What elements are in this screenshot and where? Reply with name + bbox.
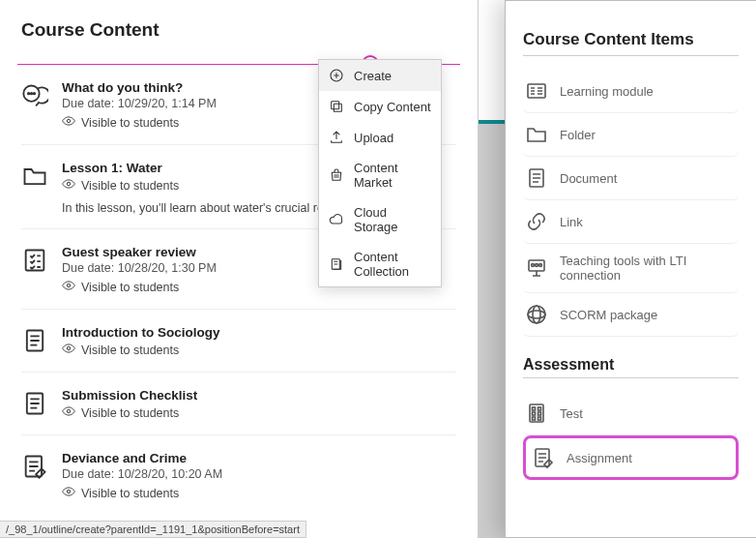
menu-item-cloud-storage[interactable]: Cloud Storage [319,197,441,242]
content-item-title: Introduction to Sociology [62,325,456,340]
content-type-label: Test [560,406,583,421]
discussion-icon [21,82,48,109]
visibility-label: Visible to students [81,179,179,193]
plus-circle-icon [329,68,344,83]
divider [523,377,739,378]
svg-rect-28 [533,407,536,410]
svg-point-11 [67,409,71,413]
divider [523,55,739,56]
content-type-assignment[interactable]: Assignment [523,435,739,480]
document-icon [21,390,48,417]
svg-point-3 [34,93,35,94]
svg-point-9 [67,346,71,350]
visibility-label: Visible to students [81,116,179,130]
svg-rect-29 [538,407,541,410]
svg-point-2 [31,93,32,94]
visibility-toggle[interactable]: Visible to students [62,485,456,501]
content-item[interactable]: Introduction to SociologyVisible to stud… [21,309,456,372]
content-type-label: SCORM package [560,308,657,322]
svg-point-21 [532,264,535,267]
visibility-label: Visible to students [81,281,179,294]
folder-icon [21,163,48,190]
content-item-body: Introduction to SociologyVisible to stud… [62,325,456,358]
visibility-label: Visible to students [81,344,179,357]
folder-icon [525,123,548,146]
svg-rect-16 [332,102,339,109]
menu-item-upload[interactable]: Upload [319,122,441,153]
menu-item-label: Copy Content [354,100,431,114]
menu-item-create[interactable]: Create [319,60,441,91]
page-title: Course Content [21,19,456,41]
content-item[interactable]: Deviance and CrimeDue date: 10/28/20, 10… [21,434,456,515]
content-type-scorm-package[interactable]: SCORM package [523,293,739,337]
content-type-teaching-tools-with-lti-connection[interactable]: Teaching tools with LTI connection [523,244,739,293]
content-type-label: Link [560,215,583,229]
eye-icon [62,404,75,421]
content-type-label: Learning module [560,84,654,99]
content-items-panel: Course Content Items Learning moduleFold… [505,0,756,538]
url-hint-bar: /_98_1/outline/create?parentId=_1191_1&p… [0,521,306,538]
svg-rect-18 [528,84,545,98]
content-type-link[interactable]: Link [523,200,739,244]
menu-item-label: Create [354,69,392,83]
content-item[interactable]: Submission ChecklistVisible to students [21,372,456,434]
menu-item-content-collection[interactable]: Content Collection [319,242,441,286]
svg-point-4 [67,119,71,123]
lti-icon [525,256,548,280]
content-items-title: Course Content Items [523,30,739,49]
menu-item-label: Cloud Storage [354,205,431,234]
content-item-title: Deviance and Crime [62,451,456,465]
eye-icon [62,114,75,131]
learning-module-icon [525,79,548,103]
svg-point-24 [528,306,545,323]
eye-icon [62,279,75,295]
market-icon [329,167,344,183]
document-icon [525,166,548,190]
menu-item-label: Content Market [354,161,431,190]
menu-item-label: Upload [354,131,393,145]
svg-point-22 [536,264,538,267]
content-type-learning-module[interactable]: Learning module [523,70,739,113]
svg-rect-32 [533,417,536,420]
copy-icon [329,99,344,114]
assessment-section-title: Assessment [523,356,739,374]
cloud-icon [329,212,344,227]
checklist-icon [21,247,48,274]
svg-rect-15 [334,104,341,111]
visibility-toggle[interactable]: Visible to students [62,404,456,421]
menu-item-content-market[interactable]: Content Market [319,153,441,197]
svg-point-23 [539,264,542,267]
document-icon [21,327,48,354]
create-dropdown-menu[interactable]: CreateCopy ContentUploadContent MarketCl… [318,59,442,287]
collection-icon [329,256,344,272]
svg-rect-31 [538,412,541,415]
content-item-title: Submission Checklist [62,388,456,403]
visibility-toggle[interactable]: Visible to students [62,342,456,358]
content-type-folder[interactable]: Folder [523,113,739,157]
svg-point-26 [533,306,540,323]
content-type-document[interactable]: Document [523,157,739,200]
eye-icon [62,177,75,194]
menu-item-copy-content[interactable]: Copy Content [319,91,441,122]
eye-icon [62,342,75,358]
svg-rect-33 [538,417,541,420]
link-icon [525,210,548,233]
svg-point-7 [67,284,71,287]
menu-item-label: Content Collection [354,250,431,279]
content-item-subtitle: Due date: 10/28/20, 10:20 AM [62,467,456,481]
scorm-icon [525,303,548,326]
content-type-label: Document [560,171,617,186]
content-type-list: Learning moduleFolderDocumentLinkTeachin… [523,70,739,337]
visibility-label: Visible to students [81,406,179,420]
content-type-label: Teaching tools with LTI connection [560,254,735,283]
upload-icon [329,130,344,145]
svg-point-1 [28,93,29,94]
svg-point-5 [67,182,71,186]
test-icon [525,402,548,425]
content-type-label: Assignment [567,451,632,465]
svg-point-25 [528,311,545,318]
content-item-body: Deviance and CrimeDue date: 10/28/20, 10… [62,451,456,501]
svg-point-13 [67,490,71,493]
assessment-type-list: TestAssignment [523,392,739,480]
content-type-test[interactable]: Test [523,392,739,435]
